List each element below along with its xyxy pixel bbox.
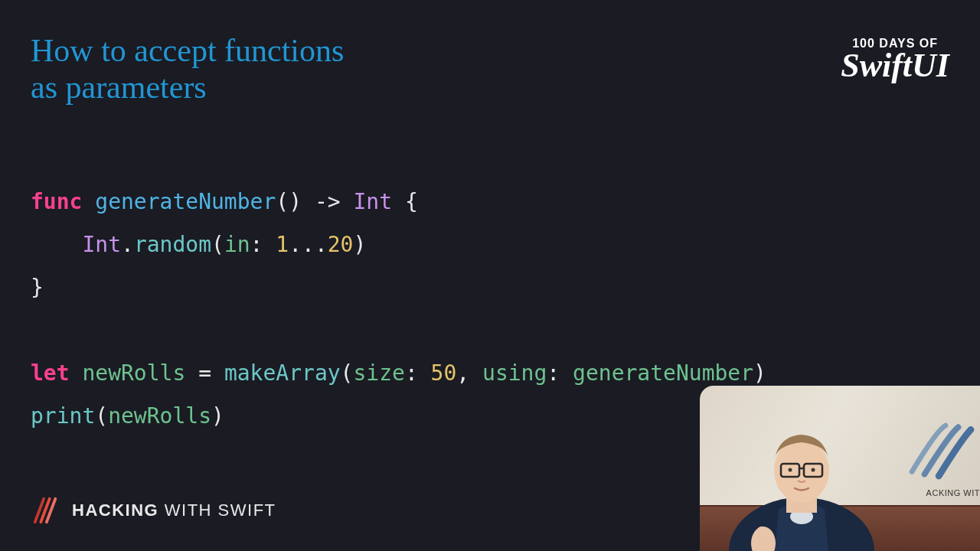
wall-text: ACKING WIT — [926, 488, 980, 497]
code-line-6: print(newRolls) — [31, 403, 224, 429]
code-line-3: } — [31, 275, 44, 300]
swift-slashes-icon — [31, 496, 60, 525]
footer-brand: HACKING WITH SWIFT — [31, 496, 276, 525]
presenter-webcam: ACKING WIT — [700, 386, 980, 551]
code-line-1: func generateNumber() -> Int { — [31, 189, 418, 214]
code-block: func generateNumber() -> Int { Int.rando… — [31, 138, 766, 438]
footer-text: HACKING WITH SWIFT — [72, 500, 276, 520]
series-badge: 100 DAYS OF SwiftUI — [841, 37, 949, 81]
badge-bottom-text: SwiftUI — [841, 51, 949, 81]
slide-title: How to accept functions as parameters — [31, 32, 344, 106]
code-line-2: Int.random(in: 1...20) — [31, 232, 366, 257]
code-blank-line — [31, 318, 44, 343]
svg-point-7 — [789, 468, 792, 472]
code-line-5: let newRolls = makeArray(size: 50, using… — [31, 360, 766, 386]
presenter-figure — [721, 398, 882, 551]
svg-point-8 — [812, 468, 815, 472]
wall-swift-icon — [903, 416, 980, 485]
svg-point-3 — [774, 439, 829, 503]
